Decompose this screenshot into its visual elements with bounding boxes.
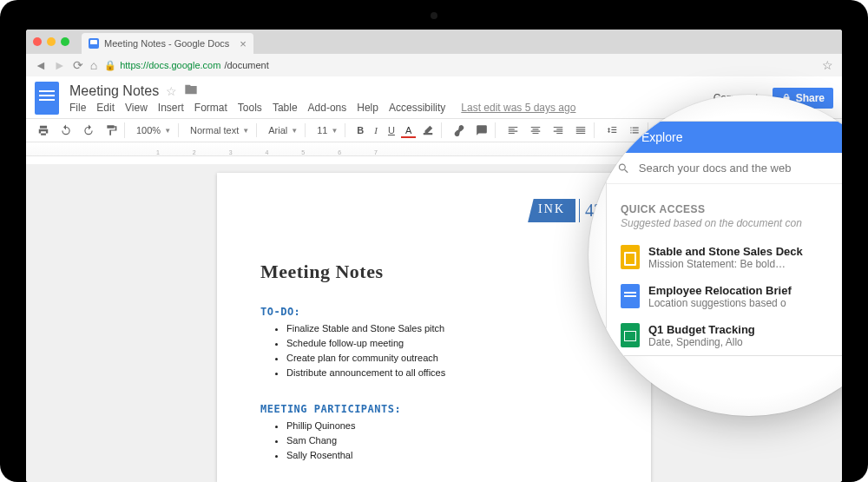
back-icon[interactable]: ◄ bbox=[35, 58, 47, 72]
menu-table[interactable]: Table bbox=[273, 102, 298, 114]
qa-title: Employee Relocation Brief bbox=[648, 284, 792, 297]
highlight-color-button[interactable] bbox=[418, 122, 442, 138]
redo-icon[interactable] bbox=[78, 122, 99, 138]
slides-file-icon bbox=[621, 245, 640, 269]
list-item: Phillip Quinones bbox=[286, 419, 608, 433]
forward-icon[interactable]: ► bbox=[54, 58, 66, 72]
star-document-icon[interactable]: ☆ bbox=[166, 84, 177, 98]
browser-tab[interactable]: Meeting Notes - Google Docs × bbox=[82, 33, 253, 54]
qa-title: Q1 Budget Tracking bbox=[648, 323, 755, 336]
menu-format[interactable]: Format bbox=[194, 102, 227, 114]
close-window-icon[interactable] bbox=[33, 37, 42, 46]
more-link[interactable]: More bbox=[607, 184, 842, 200]
list-item: Sally Rosenthal bbox=[286, 448, 608, 463]
menu-view[interactable]: View bbox=[125, 102, 148, 114]
document-title[interactable]: Meeting Notes bbox=[69, 83, 159, 99]
align-right-icon[interactable] bbox=[548, 122, 569, 138]
close-tab-icon[interactable]: × bbox=[240, 37, 247, 50]
menu-tools[interactable]: Tools bbox=[238, 102, 262, 114]
qa-desc: Mission Statement: Be bold… bbox=[648, 258, 803, 270]
font-select[interactable]: Arial▼ bbox=[264, 123, 306, 137]
qa-title: Stable and Stone Sales Deck bbox=[648, 245, 803, 258]
paint-format-icon[interactable] bbox=[101, 122, 125, 138]
menu-bar: File Edit View Insert Format Tools Table… bbox=[69, 102, 707, 114]
menu-help[interactable]: Help bbox=[357, 102, 378, 114]
last-edit-link[interactable]: Last edit was 5 days ago bbox=[461, 102, 575, 114]
quick-access-item[interactable]: Employee Relocation Brief Location sugge… bbox=[621, 277, 842, 316]
italic-button[interactable]: I bbox=[370, 123, 382, 137]
underline-button[interactable]: U bbox=[384, 123, 399, 137]
minimize-window-icon[interactable] bbox=[47, 37, 56, 46]
menu-file[interactable]: File bbox=[69, 102, 86, 114]
bold-button[interactable]: B bbox=[352, 123, 368, 137]
explore-search[interactable] bbox=[607, 153, 842, 184]
reload-icon[interactable]: ⟳ bbox=[73, 58, 83, 72]
google-docs-logo-icon[interactable] bbox=[35, 82, 59, 115]
bookmark-star-icon[interactable]: ☆ bbox=[822, 58, 833, 72]
document-heading[interactable]: Meeting Notes bbox=[260, 222, 608, 283]
style-select[interactable]: Normal text▼ bbox=[186, 123, 257, 137]
explore-panel: Explore × More QUICK ACCESS Suggested ba… bbox=[606, 121, 842, 356]
tab-title: Meeting Notes - Google Docs bbox=[104, 38, 229, 49]
font-size-select[interactable]: 11▼ bbox=[312, 123, 345, 137]
menu-accessibility[interactable]: Accessibility bbox=[389, 102, 445, 114]
print-icon[interactable] bbox=[33, 122, 54, 138]
browser-address-bar: ◄ ► ⟳ ⌂ 🔒 https://docs.google.com/docume… bbox=[26, 54, 842, 76]
camera-dot bbox=[431, 12, 437, 19]
qa-desc: Date, Spending, Allo bbox=[648, 336, 755, 348]
url-path: /document bbox=[224, 60, 268, 70]
explore-search-input[interactable] bbox=[639, 162, 842, 175]
window-controls[interactable] bbox=[33, 37, 69, 46]
explore-title: Explore bbox=[641, 130, 682, 144]
sheets-file-icon bbox=[621, 323, 640, 347]
list-item: Finalize Stable and Stone Sales pitch bbox=[286, 321, 608, 336]
qa-desc: Location suggestions based o bbox=[648, 297, 792, 309]
list-item: Sam Chang bbox=[286, 433, 608, 448]
quick-access-item[interactable]: Q1 Budget Tracking Date, Spending, Allo bbox=[621, 316, 842, 355]
list-item: Distribute announcement to all offices bbox=[286, 366, 608, 380]
insert-comment-icon[interactable] bbox=[471, 122, 496, 138]
zoom-select[interactable]: 100%▼ bbox=[132, 123, 179, 137]
quick-access-subtitle: Suggested based on the document con bbox=[621, 217, 842, 229]
lock-icon: 🔒 bbox=[104, 60, 116, 71]
docs-favicon-icon bbox=[89, 38, 99, 49]
undo-icon[interactable] bbox=[56, 122, 76, 138]
docs-file-icon bbox=[621, 284, 640, 308]
line-spacing-icon[interactable] bbox=[602, 122, 622, 138]
menu-edit[interactable]: Edit bbox=[96, 102, 115, 114]
insert-link-icon[interactable] bbox=[449, 122, 470, 138]
quick-access-section: QUICK ACCESS Suggested based on the docu… bbox=[607, 200, 842, 355]
quick-access-heading: QUICK ACCESS bbox=[621, 203, 842, 215]
section-title: MEETING PARTICIPANTS: bbox=[260, 403, 608, 415]
text-color-button[interactable]: A bbox=[401, 123, 416, 137]
menu-addons[interactable]: Add-ons bbox=[308, 102, 347, 114]
menu-insert[interactable]: Insert bbox=[158, 102, 184, 114]
section-todo[interactable]: TO-DO: Finalize Stable and Stone Sales p… bbox=[260, 306, 608, 380]
list-item: Create plan for community outreach bbox=[286, 351, 608, 366]
section-title: TO-DO: bbox=[260, 306, 608, 318]
quick-access-item[interactable]: Stable and Stone Sales Deck Mission Stat… bbox=[621, 238, 842, 277]
align-justify-icon[interactable] bbox=[570, 122, 595, 138]
monitor-bezel: Meeting Notes - Google Docs × ◄ ► ⟳ ⌂ 🔒 … bbox=[0, 0, 868, 482]
move-folder-icon[interactable] bbox=[184, 83, 198, 100]
search-icon bbox=[617, 162, 630, 175]
screen: Meeting Notes - Google Docs × ◄ ► ⟳ ⌂ 🔒 … bbox=[26, 30, 842, 482]
browser-tabbar: Meeting Notes - Google Docs × bbox=[26, 30, 842, 54]
brand-name: INK bbox=[528, 199, 575, 222]
align-center-icon[interactable] bbox=[525, 122, 546, 138]
url-field[interactable]: 🔒 https://docs.google.com/document bbox=[104, 60, 815, 71]
maximize-window-icon[interactable] bbox=[61, 37, 69, 46]
url-host: https://docs.google.com bbox=[120, 60, 220, 70]
section-participants[interactable]: MEETING PARTICIPANTS: Phillip Quinones S… bbox=[260, 403, 608, 463]
align-left-icon[interactable] bbox=[503, 122, 523, 138]
page[interactable]: INK 42 Meeting Notes TO-DO: Finalize Sta… bbox=[217, 173, 651, 482]
home-icon[interactable]: ⌂ bbox=[90, 58, 97, 72]
list-item: Schedule follow-up meeting bbox=[286, 336, 608, 351]
